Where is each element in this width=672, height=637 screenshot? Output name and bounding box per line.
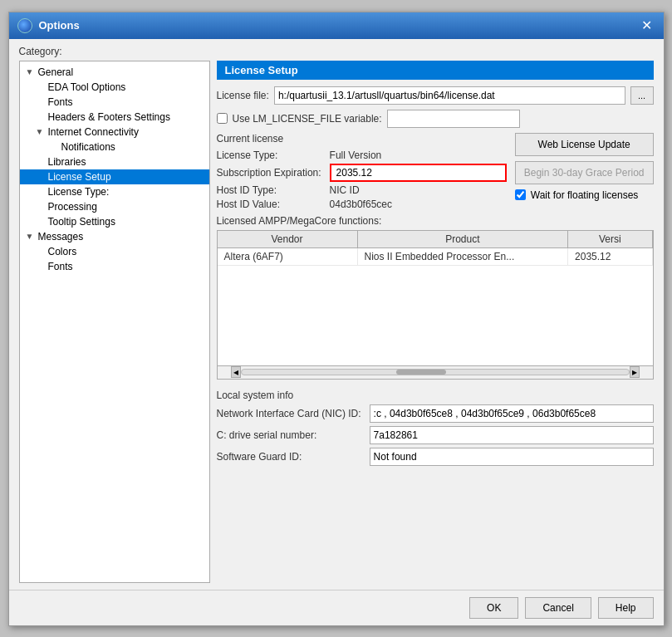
cell-version: 2035.12 (568, 248, 652, 265)
host-id-type-key: Host ID Type: (217, 184, 321, 196)
license-info-grid: License Type: Full Version Subscription … (217, 149, 507, 210)
wait-floating-row: Wait for floating licenses (515, 189, 654, 201)
title-bar-left: Options (17, 18, 80, 33)
footer: OK Cancel Help (9, 590, 664, 625)
table-header: Vendor Product Versi (218, 231, 653, 248)
sidebar-item-label: Fonts (47, 261, 73, 272)
cell-product: Nios II Embedded Processor En... (358, 248, 569, 265)
sidebar-item-general[interactable]: ▼ General (20, 65, 209, 80)
main-area: ▼ General EDA Tool Options Fonts Headers… (9, 61, 664, 590)
sidebar-item-label: Messages (37, 231, 84, 243)
scroll-right-btn[interactable]: ▸ (630, 366, 640, 378)
sidebar-item-label: License Type: (47, 186, 110, 198)
ampp-table: Vendor Product Versi Altera (6AF7) Nios … (217, 230, 654, 380)
col-vendor: Vendor (218, 231, 358, 247)
sidebar-item-label: Tooltip Settings (47, 216, 115, 228)
right-buttons: Web License Update Begin 30-day Grace Pe… (515, 133, 654, 201)
options-dialog: Options ✕ Category: ▼ General EDA Tool O… (8, 12, 665, 626)
wait-floating-label: Wait for floating licenses (531, 189, 639, 201)
web-license-button[interactable]: Web License Update (515, 133, 654, 156)
sidebar-item-messages[interactable]: ▼ Messages (20, 229, 209, 244)
license-file-input[interactable] (274, 86, 625, 105)
sidebar-item-processing[interactable]: Processing (20, 199, 209, 214)
sidebar-item-headers-footers[interactable]: Headers & Footers Settings (20, 110, 209, 125)
table-row: Altera (6AF7) Nios II Embedded Processor… (218, 248, 653, 266)
sidebar-item-fonts-messages[interactable]: Fonts (20, 259, 209, 274)
local-system-section: Local system info Network Interface Card… (217, 390, 654, 466)
content-panel: License Setup License file: ... Use LM_L… (217, 61, 654, 583)
horizontal-scrollbar[interactable]: ◂ ▸ (218, 365, 653, 379)
sidebar-item-colors[interactable]: Colors (20, 244, 209, 259)
sidebar-item-eda-tool-options[interactable]: EDA Tool Options (20, 80, 209, 95)
wait-floating-checkbox[interactable] (515, 189, 526, 200)
host-id-value: 04d3b0f65cec (330, 198, 507, 210)
sidebar-item-label: EDA Tool Options (47, 81, 126, 93)
window-title: Options (39, 19, 80, 32)
host-id-value-key: Host ID Value: (217, 198, 321, 210)
host-id-type-value: NIC ID (330, 184, 507, 196)
lm-license-checkbox[interactable] (217, 113, 228, 124)
sidebar-item-fonts-general[interactable]: Fonts (20, 95, 209, 110)
scroll-left-btn[interactable]: ◂ (231, 366, 241, 378)
sidebar-item-internet-connectivity[interactable]: ▼ Internet Connectivity (20, 125, 209, 140)
grace-period-button[interactable]: Begin 30-day Grace Period (515, 161, 654, 184)
browse-button[interactable]: ... (630, 86, 654, 105)
sidebar-item-label: Colors (47, 246, 77, 257)
table-body: Altera (6AF7) Nios II Embedded Processor… (218, 248, 653, 365)
app-icon (17, 18, 32, 33)
sidebar-item-libraries[interactable]: Libraries (20, 154, 209, 169)
sidebar-item-notifications[interactable]: Notifications (20, 140, 209, 154)
cdrive-input[interactable] (370, 426, 654, 444)
license-type-key: License Type: (217, 149, 321, 161)
ok-button[interactable]: OK (469, 597, 518, 619)
sidebar-item-label: Headers & Footers Settings (47, 111, 170, 123)
category-label: Category: (9, 39, 664, 61)
expander-ic: ▼ (33, 127, 47, 136)
expander-general: ▼ (23, 67, 37, 76)
sidebar-item-label: Processing (47, 201, 97, 213)
local-system-title: Local system info (217, 390, 654, 401)
col-version: Versi (568, 231, 652, 247)
panel-title: License Setup (217, 61, 654, 80)
sidebar-item-license-setup[interactable]: License Setup (20, 169, 209, 184)
sidebar-item-preferred-text-editor[interactable]: License Type: (20, 184, 209, 199)
ampp-title: Licensed AMPP/MegaCore functions: (217, 215, 654, 227)
panel-body: License file: ... Use LM_LICENSE_FILE va… (217, 86, 654, 583)
cdrive-label: C: drive serial number: (217, 429, 361, 441)
sidebar-item-label: Libraries (47, 156, 86, 168)
sidebar-item-label: Internet Connectivity (47, 126, 139, 138)
subscription-key: Subscription Expiration: (217, 167, 321, 179)
subscription-box: 2035.12 (330, 164, 507, 182)
current-license-legend: Current license (217, 133, 507, 145)
lm-license-input[interactable] (387, 110, 520, 128)
cell-vendor: Altera (6AF7) (218, 248, 358, 265)
scrollbar-thumb (396, 370, 446, 375)
expander-msg: ▼ (23, 232, 37, 241)
sidebar-item-label: General (37, 66, 74, 78)
subscription-value: 2035.12 (336, 167, 372, 179)
sidebar-item-label: Notifications (60, 141, 115, 153)
scrollbar-track[interactable] (241, 369, 630, 375)
title-bar: Options ✕ (9, 12, 664, 39)
nic-label: Network Interface Card (NIC) ID: (217, 408, 361, 419)
sidebar-item-tooltip-settings[interactable]: Tooltip Settings (20, 214, 209, 229)
local-info-grid: Network Interface Card (NIC) ID: C: driv… (217, 404, 654, 466)
sidebar-item-label: Fonts (47, 96, 73, 108)
help-button[interactable]: Help (598, 597, 654, 619)
software-guard-label: Software Guard ID: (217, 451, 361, 463)
dialog-body: Category: ▼ General EDA Tool Options Fon… (9, 39, 664, 625)
lm-license-label: Use LM_LICENSE_FILE variable: (233, 113, 382, 125)
software-guard-input[interactable] (370, 448, 654, 466)
col-product: Product (358, 231, 569, 247)
close-button[interactable]: ✕ (638, 19, 655, 32)
ampp-section: Licensed AMPP/MegaCore functions: Vendor… (217, 215, 654, 380)
license-type-value: Full Version (330, 149, 507, 161)
lm-license-row: Use LM_LICENSE_FILE variable: (217, 110, 654, 128)
sidebar: ▼ General EDA Tool Options Fonts Headers… (19, 61, 210, 583)
cancel-button[interactable]: Cancel (525, 597, 591, 619)
nic-input[interactable] (370, 404, 654, 423)
license-file-row: License file: ... (217, 86, 654, 105)
license-file-label: License file: (217, 90, 269, 101)
sidebar-item-label: License Setup (47, 171, 111, 183)
